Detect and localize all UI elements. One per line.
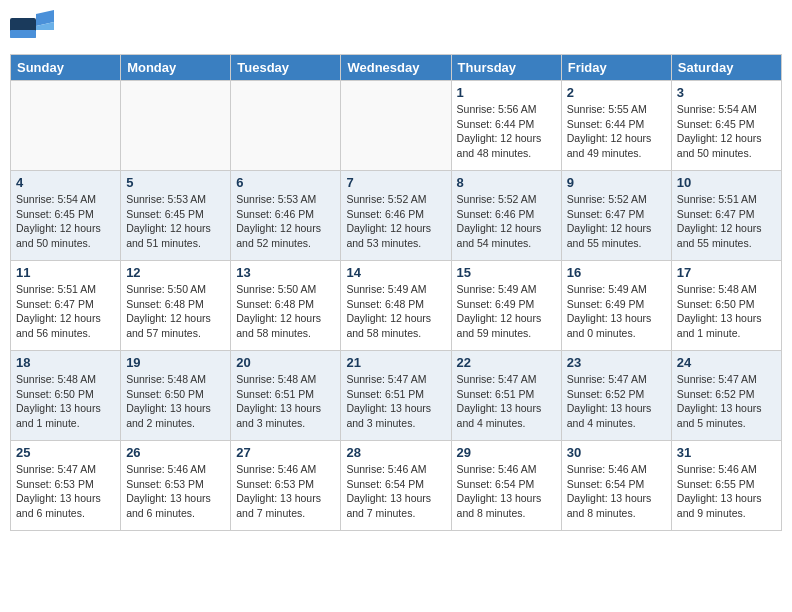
day-number: 12 <box>126 265 225 280</box>
day-info: Sunrise: 5:46 AMSunset: 6:54 PMDaylight:… <box>346 462 445 521</box>
calendar-cell: 18Sunrise: 5:48 AMSunset: 6:50 PMDayligh… <box>11 351 121 441</box>
calendar-cell: 19Sunrise: 5:48 AMSunset: 6:50 PMDayligh… <box>121 351 231 441</box>
calendar-cell: 3Sunrise: 5:54 AMSunset: 6:45 PMDaylight… <box>671 81 781 171</box>
calendar-cell <box>11 81 121 171</box>
calendar-cell: 25Sunrise: 5:47 AMSunset: 6:53 PMDayligh… <box>11 441 121 531</box>
calendar-cell: 8Sunrise: 5:52 AMSunset: 6:46 PMDaylight… <box>451 171 561 261</box>
calendar-cell <box>121 81 231 171</box>
calendar-cell: 20Sunrise: 5:48 AMSunset: 6:51 PMDayligh… <box>231 351 341 441</box>
day-info: Sunrise: 5:48 AMSunset: 6:50 PMDaylight:… <box>677 282 776 341</box>
calendar-cell: 28Sunrise: 5:46 AMSunset: 6:54 PMDayligh… <box>341 441 451 531</box>
day-info: Sunrise: 5:47 AMSunset: 6:52 PMDaylight:… <box>567 372 666 431</box>
calendar-cell: 23Sunrise: 5:47 AMSunset: 6:52 PMDayligh… <box>561 351 671 441</box>
calendar-cell: 9Sunrise: 5:52 AMSunset: 6:47 PMDaylight… <box>561 171 671 261</box>
day-info: Sunrise: 5:53 AMSunset: 6:46 PMDaylight:… <box>236 192 335 251</box>
day-number: 2 <box>567 85 666 100</box>
day-info: Sunrise: 5:48 AMSunset: 6:50 PMDaylight:… <box>126 372 225 431</box>
calendar-cell: 15Sunrise: 5:49 AMSunset: 6:49 PMDayligh… <box>451 261 561 351</box>
day-info: Sunrise: 5:49 AMSunset: 6:48 PMDaylight:… <box>346 282 445 341</box>
day-number: 23 <box>567 355 666 370</box>
day-number: 6 <box>236 175 335 190</box>
calendar-cell: 1Sunrise: 5:56 AMSunset: 6:44 PMDaylight… <box>451 81 561 171</box>
calendar-cell: 29Sunrise: 5:46 AMSunset: 6:54 PMDayligh… <box>451 441 561 531</box>
svg-rect-1 <box>10 30 36 38</box>
day-number: 19 <box>126 355 225 370</box>
calendar-cell: 26Sunrise: 5:46 AMSunset: 6:53 PMDayligh… <box>121 441 231 531</box>
calendar-cell: 4Sunrise: 5:54 AMSunset: 6:45 PMDaylight… <box>11 171 121 261</box>
page-header <box>10 10 782 46</box>
calendar-cell: 16Sunrise: 5:49 AMSunset: 6:49 PMDayligh… <box>561 261 671 351</box>
calendar-cell: 14Sunrise: 5:49 AMSunset: 6:48 PMDayligh… <box>341 261 451 351</box>
logo-icon <box>10 10 54 46</box>
calendar-week-row: 4Sunrise: 5:54 AMSunset: 6:45 PMDaylight… <box>11 171 782 261</box>
calendar-cell: 30Sunrise: 5:46 AMSunset: 6:54 PMDayligh… <box>561 441 671 531</box>
day-info: Sunrise: 5:55 AMSunset: 6:44 PMDaylight:… <box>567 102 666 161</box>
calendar-cell: 2Sunrise: 5:55 AMSunset: 6:44 PMDaylight… <box>561 81 671 171</box>
day-number: 21 <box>346 355 445 370</box>
day-number: 22 <box>457 355 556 370</box>
calendar-week-row: 1Sunrise: 5:56 AMSunset: 6:44 PMDaylight… <box>11 81 782 171</box>
day-info: Sunrise: 5:53 AMSunset: 6:45 PMDaylight:… <box>126 192 225 251</box>
calendar-cell <box>341 81 451 171</box>
day-number: 16 <box>567 265 666 280</box>
calendar-week-row: 11Sunrise: 5:51 AMSunset: 6:47 PMDayligh… <box>11 261 782 351</box>
day-info: Sunrise: 5:48 AMSunset: 6:51 PMDaylight:… <box>236 372 335 431</box>
calendar-cell <box>231 81 341 171</box>
day-number: 31 <box>677 445 776 460</box>
day-info: Sunrise: 5:54 AMSunset: 6:45 PMDaylight:… <box>677 102 776 161</box>
col-header-friday: Friday <box>561 55 671 81</box>
day-number: 13 <box>236 265 335 280</box>
calendar-cell: 31Sunrise: 5:46 AMSunset: 6:55 PMDayligh… <box>671 441 781 531</box>
day-info: Sunrise: 5:51 AMSunset: 6:47 PMDaylight:… <box>16 282 115 341</box>
calendar-cell: 22Sunrise: 5:47 AMSunset: 6:51 PMDayligh… <box>451 351 561 441</box>
col-header-saturday: Saturday <box>671 55 781 81</box>
day-info: Sunrise: 5:47 AMSunset: 6:52 PMDaylight:… <box>677 372 776 431</box>
day-info: Sunrise: 5:47 AMSunset: 6:53 PMDaylight:… <box>16 462 115 521</box>
day-number: 9 <box>567 175 666 190</box>
day-number: 18 <box>16 355 115 370</box>
calendar-cell: 5Sunrise: 5:53 AMSunset: 6:45 PMDaylight… <box>121 171 231 261</box>
day-number: 29 <box>457 445 556 460</box>
calendar-cell: 21Sunrise: 5:47 AMSunset: 6:51 PMDayligh… <box>341 351 451 441</box>
day-info: Sunrise: 5:50 AMSunset: 6:48 PMDaylight:… <box>236 282 335 341</box>
day-number: 20 <box>236 355 335 370</box>
day-info: Sunrise: 5:52 AMSunset: 6:46 PMDaylight:… <box>457 192 556 251</box>
day-info: Sunrise: 5:47 AMSunset: 6:51 PMDaylight:… <box>346 372 445 431</box>
day-number: 15 <box>457 265 556 280</box>
day-info: Sunrise: 5:48 AMSunset: 6:50 PMDaylight:… <box>16 372 115 431</box>
calendar-cell: 10Sunrise: 5:51 AMSunset: 6:47 PMDayligh… <box>671 171 781 261</box>
calendar-cell: 13Sunrise: 5:50 AMSunset: 6:48 PMDayligh… <box>231 261 341 351</box>
calendar-cell: 6Sunrise: 5:53 AMSunset: 6:46 PMDaylight… <box>231 171 341 261</box>
day-info: Sunrise: 5:49 AMSunset: 6:49 PMDaylight:… <box>567 282 666 341</box>
calendar-cell: 12Sunrise: 5:50 AMSunset: 6:48 PMDayligh… <box>121 261 231 351</box>
calendar-table: SundayMondayTuesdayWednesdayThursdayFrid… <box>10 54 782 531</box>
col-header-thursday: Thursday <box>451 55 561 81</box>
day-number: 11 <box>16 265 115 280</box>
day-number: 25 <box>16 445 115 460</box>
calendar-cell: 7Sunrise: 5:52 AMSunset: 6:46 PMDaylight… <box>341 171 451 261</box>
calendar-cell: 17Sunrise: 5:48 AMSunset: 6:50 PMDayligh… <box>671 261 781 351</box>
calendar-cell: 24Sunrise: 5:47 AMSunset: 6:52 PMDayligh… <box>671 351 781 441</box>
day-number: 10 <box>677 175 776 190</box>
day-number: 26 <box>126 445 225 460</box>
logo <box>10 10 58 46</box>
day-number: 27 <box>236 445 335 460</box>
day-info: Sunrise: 5:52 AMSunset: 6:46 PMDaylight:… <box>346 192 445 251</box>
day-info: Sunrise: 5:50 AMSunset: 6:48 PMDaylight:… <box>126 282 225 341</box>
day-number: 3 <box>677 85 776 100</box>
col-header-monday: Monday <box>121 55 231 81</box>
day-info: Sunrise: 5:54 AMSunset: 6:45 PMDaylight:… <box>16 192 115 251</box>
day-info: Sunrise: 5:49 AMSunset: 6:49 PMDaylight:… <box>457 282 556 341</box>
day-number: 17 <box>677 265 776 280</box>
day-info: Sunrise: 5:47 AMSunset: 6:51 PMDaylight:… <box>457 372 556 431</box>
day-info: Sunrise: 5:46 AMSunset: 6:54 PMDaylight:… <box>567 462 666 521</box>
calendar-cell: 27Sunrise: 5:46 AMSunset: 6:53 PMDayligh… <box>231 441 341 531</box>
day-number: 7 <box>346 175 445 190</box>
day-number: 1 <box>457 85 556 100</box>
day-info: Sunrise: 5:46 AMSunset: 6:53 PMDaylight:… <box>236 462 335 521</box>
calendar-header-row: SundayMondayTuesdayWednesdayThursdayFrid… <box>11 55 782 81</box>
day-number: 24 <box>677 355 776 370</box>
day-info: Sunrise: 5:46 AMSunset: 6:54 PMDaylight:… <box>457 462 556 521</box>
day-number: 8 <box>457 175 556 190</box>
day-info: Sunrise: 5:56 AMSunset: 6:44 PMDaylight:… <box>457 102 556 161</box>
